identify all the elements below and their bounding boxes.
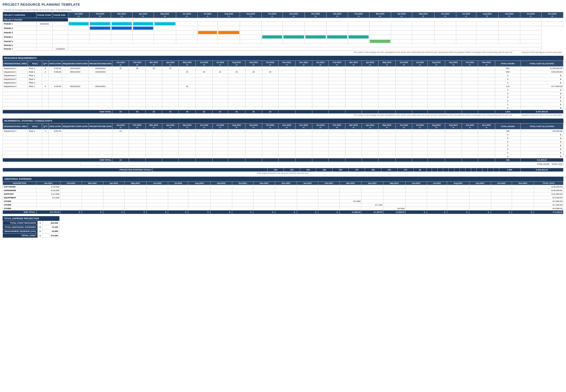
total-expense-table: TOTAL STAFF RESOURCE $ 265,400 TOTAL ADD… — [3, 221, 59, 238]
rr-note: The number of net workdays has been calc… — [3, 114, 563, 116]
additional-expenses-section: ADDITIONAL EXPENSES DESCRIPTION Jan-2022… — [3, 177, 563, 214]
table-row: Department 1 Role 1 1 $ 50.00 21 165 $ 8… — [3, 129, 563, 133]
proj-end-col: PROJECTED END DATE — [88, 61, 112, 67]
overview-label: PROJECT OVERVIEW — [3, 12, 36, 18]
total-expense-section: TOTAL EXPENSE PROJECTION TOTAL STAFF RES… — [3, 216, 563, 238]
table-row: 0 $ - — [3, 133, 563, 137]
table-row: 0 $ - — [3, 140, 563, 144]
role-col: ROLE — [28, 61, 42, 67]
month-jan22: Jan-202221 — [68, 12, 89, 18]
project-overview-section: PROJECT OVERVIEW PHASE START PHASE END J… — [3, 12, 563, 54]
resource-requirements-section: RESOURCE REQUIREMENTS ORGANIZATIONAL ARE… — [3, 56, 563, 116]
table-row: Department 1 Role 2 3 $ 30.00 05/01/2022… — [3, 70, 563, 74]
ae-table-row: SUPPORT $ 14,500 $ 14,500.00 — [3, 192, 563, 196]
incremental-staffing-table: ORGANIZATIONAL AREA ROLE QTY RATE of PAY… — [3, 123, 563, 162]
ae-table-row: OTHER $ 2,800 $ 2,800.00 — [3, 200, 563, 203]
ae-total-col: TOTAL COST — [534, 182, 563, 185]
phase-3-row: PHASE 3 — [3, 30, 563, 35]
ae-table-row: SOFTWARE $ 18,000 $ 18,000.00 — [3, 185, 563, 189]
resource-requirements-table: ORGANIZATIONAL AREA ROLE QTY RATE of PAY… — [3, 60, 563, 114]
gantt-note: A fill color can be applied to cells to … — [3, 9, 563, 11]
total-cost-col: TOTAL COST ALLOCATED — [521, 61, 563, 67]
ae-table-row: OTHER $ 8,500 $ 8,500.00 — [3, 207, 563, 210]
table-row: 0 $ - — [3, 88, 563, 92]
table-row: Department 2 Role 1 0 $ - — [3, 74, 563, 77]
table-row: 0 $ - — [3, 96, 563, 99]
table-row: Department 2 Role 3 0 $ - — [3, 81, 563, 85]
phase-start-label: PHASE START — [36, 12, 53, 18]
table-row: Department 2 Role 2 0 $ - — [3, 77, 563, 81]
table-row: 0 $ - — [3, 106, 563, 110]
te-row: TOTAL STAFF RESOURCE $ 265,400 — [3, 221, 59, 225]
project-phases-label: PROJECT PHASES — [3, 18, 68, 22]
table-row: 0 $ - — [3, 147, 563, 151]
table-row: 0 $ - — [3, 155, 563, 158]
total-hours-col: TOTAL HOURS — [495, 61, 520, 67]
projected-totals-row: PROJECTED STAFFING TOTALS 33416018416835… — [3, 168, 563, 172]
ae-table-row: HARDWARE $ 26,000 $ 26,000.00 — [3, 189, 563, 192]
table-row: 0 $ - — [3, 103, 563, 106]
phase-2-row: PHASE 2 — [3, 26, 563, 30]
phase-6-row: PHASE 6 — [3, 44, 563, 47]
phase-5-row: PHASE 5 — [3, 39, 563, 44]
projected-note: Enter projected amount to be spent per m… — [3, 172, 563, 175]
qty-col: QTY — [42, 61, 49, 67]
incremental-staffing-section: INCREMENTAL STAFFING / CONSULTANTS ORGAN… — [3, 119, 563, 166]
projected-staffing-section: PROJECTED STAFFING TOTALS 33416018416835… — [3, 168, 563, 175]
table-row: 0 $ - — [3, 144, 563, 147]
te-row: TOTAL ADDITIONAL EXPENSES $ 74,100 — [3, 225, 59, 229]
staffing-totals-area: TOTAL HOURS TOTAL COST — [3, 162, 563, 166]
req-start-col: REQUESTED START DATE — [62, 61, 88, 67]
subtotal-row: SUB TOTAL 21302321442221232210 1,816 $ 2… — [3, 110, 563, 114]
desc-col: DESCRIPTION — [3, 182, 36, 185]
table-row: 0 $ - — [3, 99, 563, 103]
phase-4-row: PHASE 4 — [3, 35, 563, 39]
additional-expenses-label: ADDITIONAL EXPENSES — [3, 177, 563, 181]
te-row: MANAGEMENT RESERVE (10%) $ 33,950 — [3, 229, 59, 233]
is-subtotal-row: SUB TOTAL 21 168 $ 8,400.00 — [3, 158, 563, 162]
te-row: TOTAL COST $ 373,450 — [3, 233, 59, 238]
resource-requirements-label: RESOURCE REQUIREMENTS — [3, 56, 563, 60]
table-row: 0 $ - — [3, 137, 563, 140]
workdays-note: The number of net workdays has been calc… — [3, 51, 563, 54]
table-row: 0 $ - — [3, 92, 563, 96]
ae-table-row: EQUIPMENT $ 3,200 $ 3,200.00 — [3, 196, 563, 200]
phase-1-row: PHASE 1 01/01/2022 — [3, 22, 563, 26]
org-area-col: ORGANIZATIONAL AREA — [3, 61, 28, 67]
table-row: Department 3 Role 1 4 $ 25.00 05/01/2022… — [3, 85, 563, 88]
table-row: 0 $ - — [3, 151, 563, 155]
phase-end-label: PHASE END — [52, 12, 68, 18]
phase-7-row: PHASE 7 11/30/2023 — [3, 47, 563, 51]
gantt-table: PROJECT OVERVIEW PHASE START PHASE END J… — [3, 12, 563, 51]
rate-col: RATE of PAY — [49, 61, 62, 67]
ae-subtotal-row: SUB TOTAL $ 61,700.00$ -$ -$ -$ -$ -$ -$… — [3, 210, 563, 214]
table-row: Department 1 Role 1 5 $ 40.00 01/01/2022… — [3, 67, 563, 70]
page-title: PROJECT RESOURCE PLANNING TEMPLATE — [3, 3, 563, 6]
additional-expenses-table: DESCRIPTION Jan-2022 Feb-2022 Mar-2022 A… — [3, 181, 563, 214]
total-expense-label: TOTAL EXPENSE PROJECTION — [3, 216, 59, 221]
incremental-staffing-label: INCREMENTAL STAFFING / CONSULTANTS — [3, 119, 563, 123]
ae-table-row: OTHER $ 1,100 $ 1,100.00 — [3, 203, 563, 207]
projected-totals-table: PROJECTED STAFFING TOTALS 33416018416835… — [3, 168, 563, 172]
